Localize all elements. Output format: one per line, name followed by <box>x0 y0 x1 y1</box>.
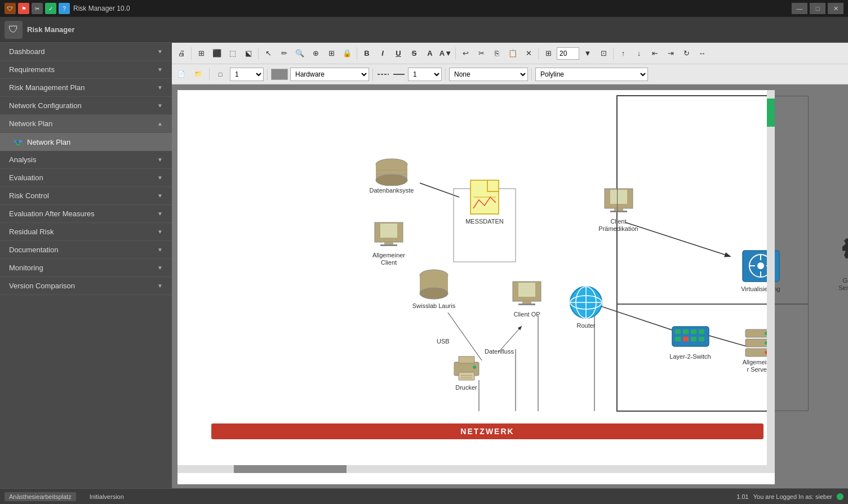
toolbar-grid-btn[interactable]: ⊞ <box>324 46 339 61</box>
sidebar-item-analysis[interactable]: Analysis <box>0 151 172 169</box>
toolbar-select-all-btn[interactable]: ⊞ <box>194 46 208 61</box>
network-plan-icon <box>14 137 23 146</box>
sidebar-submenu-item-network-plan[interactable]: Network Plan <box>0 133 172 151</box>
node-router[interactable]: Router <box>563 284 609 329</box>
toolbar-copy-btn[interactable]: ⎘ <box>490 46 504 61</box>
node-datenbanksyste-label: Datenbanksyste <box>370 187 414 194</box>
sidebar-item-monitoring[interactable]: Monitoring <box>0 259 172 277</box>
sidebar-item-network-plan[interactable]: Network Plan <box>0 115 172 133</box>
node-messdaten[interactable]: MESSDATEN <box>454 177 516 225</box>
line-style-select[interactable]: NoneArrowDiamond <box>449 68 528 81</box>
node-allgemeiner-client-label: AllgemeinerClient <box>372 252 405 266</box>
chevron-analysis <box>157 157 163 163</box>
node-drucker[interactable]: Drucker <box>445 352 487 391</box>
toolbar-delete-btn[interactable]: ✕ <box>521 46 536 61</box>
sidebar-submenu-network-plan: Network Plan <box>0 133 172 151</box>
sidebar-item-risk-control[interactable]: Risk Control <box>0 187 172 205</box>
sidebar-item-version-comparison[interactable]: Version Comparison <box>0 277 172 295</box>
toolbar-align-left-btn[interactable]: ⇤ <box>647 46 662 61</box>
close-button[interactable]: ✕ <box>828 3 843 14</box>
toolbar-ungroup-btn[interactable]: ⬕ <box>241 46 256 61</box>
toolbar-lock-btn[interactable]: 🔒 <box>340 46 354 61</box>
statusbar: Anästhesiearbeitsplatz Initialversion 1.… <box>0 488 848 504</box>
sidebar-item-analysis-label: Analysis <box>9 155 36 164</box>
font-size-input[interactable]: 20 <box>557 47 579 60</box>
sidebar-item-documentation-label: Documentation <box>9 246 58 254</box>
toolbar-highlight-btn[interactable]: A▼ <box>438 46 453 61</box>
toolbar-strikethrough-btn[interactable]: S <box>407 46 421 61</box>
sidebar-item-risk-management-plan[interactable]: Risk Management Plan <box>0 79 172 97</box>
node-swisslab-lauris[interactable]: Swisslab Lauris <box>411 267 456 310</box>
chevron-eam <box>157 211 163 217</box>
scrollbar-thumb <box>767 99 775 127</box>
toolbar-bring-front-btn[interactable]: ↑ <box>616 46 631 61</box>
chevron-rmp <box>157 84 163 91</box>
toolbar-underline-btn[interactable]: U <box>391 46 406 61</box>
computer-icon-2 <box>510 279 544 310</box>
horizontal-scrollbar[interactable] <box>177 465 767 473</box>
shape-type-select[interactable]: HardwareSoftwareNetwork <box>290 68 369 81</box>
toolbar2-new-btn[interactable]: 📄 <box>174 67 189 82</box>
svg-rect-77 <box>459 372 474 380</box>
toolbar-sep-1 <box>191 47 192 60</box>
node-client-op[interactable]: Client OP <box>504 279 549 318</box>
node-swisslab-lauris-label: Swisslab Lauris <box>412 302 455 310</box>
sidebar-item-evaluation[interactable]: Evaluation <box>0 169 172 187</box>
node-allgemeiner-client[interactable]: AllgemeinerClient <box>366 220 411 266</box>
toolbar-italic-btn[interactable]: I <box>375 46 390 61</box>
line-width-select[interactable]: 123 <box>230 68 264 81</box>
toolbar-bold-btn[interactable]: B <box>359 46 374 61</box>
node-datenbanksyste[interactable]: Datenbanksyste <box>369 158 414 194</box>
sidebar-item-version-comparison-label: Version Comparison <box>9 282 75 290</box>
sidebar-item-evaluation-after-measures[interactable]: Evaluation After Measures <box>0 205 172 223</box>
line-style-icon <box>376 69 390 80</box>
toolbar-group-btn[interactable]: ⬚ <box>225 46 240 61</box>
toolbar-font-color-btn[interactable]: A <box>423 46 437 61</box>
toolbar-cut-btn[interactable]: ✂ <box>474 46 489 61</box>
toolbar2-open-btn[interactable]: 📁 <box>191 67 206 82</box>
toolbar-font-size-dropdown[interactable]: ▼ <box>580 46 595 61</box>
toolbar-pen-btn[interactable]: ✏ <box>277 46 291 61</box>
toolbar-print-btn[interactable]: 🖨 <box>174 46 189 61</box>
toolbar-rotate-btn[interactable]: ↻ <box>679 46 694 61</box>
toolbar-flip-btn[interactable]: ↔ <box>695 46 709 61</box>
label-usb: USB <box>437 338 450 345</box>
toolbar-select-btn[interactable]: ⬛ <box>210 46 224 61</box>
minimize-button[interactable]: — <box>792 3 807 14</box>
node-messdaten-label: MESSDATEN <box>465 218 504 225</box>
sidebar-item-residual-risk[interactable]: Residual Risk <box>0 223 172 241</box>
sidebar-item-monitoring-label: Monitoring <box>9 264 43 272</box>
toolbar-paste-btn[interactable]: 📋 <box>505 46 520 61</box>
toolbar-cursor-btn[interactable]: ↖ <box>261 46 276 61</box>
statusbar-tab2[interactable]: Initialversion <box>85 492 128 501</box>
toolbar-secondary: 📄 📁 □ 123 HardwareSoftwareNetwork 123 No… <box>172 64 848 84</box>
window-controls[interactable]: — □ ✕ <box>792 3 843 14</box>
toolbar2-square-btn[interactable]: □ <box>213 67 228 82</box>
toolbar-sep-5 <box>538 47 539 60</box>
toolbar-send-back-btn[interactable]: ↓ <box>632 46 646 61</box>
node-getrennte-serverraeume-label: GetrennteServerräume <box>838 277 848 292</box>
toolbar-undo-btn[interactable]: ↩ <box>458 46 473 61</box>
toolbar-table-btn[interactable]: ⊞ <box>541 46 556 61</box>
vertical-scrollbar[interactable] <box>767 90 775 473</box>
node-getrennte-serverraeume[interactable]: GetrennteServerräume <box>831 234 848 292</box>
color-swatch[interactable] <box>271 69 288 80</box>
sidebar-item-risk-management-plan-label: Risk Management Plan <box>9 83 85 92</box>
toolbar2-sep-2 <box>267 68 268 81</box>
toolbar-search-btn[interactable]: 🔍 <box>292 46 307 61</box>
maximize-button[interactable]: □ <box>810 3 825 14</box>
node-router-label: Router <box>576 322 595 329</box>
sidebar-item-network-configuration[interactable]: Network Configuration <box>0 97 172 115</box>
toolbar-format-btn[interactable]: ⊡ <box>596 46 611 61</box>
titlebar-left: 🛡 ⚑ ✂ ✓ ? Risk Manager 10.0 <box>5 3 130 14</box>
toolbar-zoom-btn[interactable]: ⊕ <box>308 46 323 61</box>
sidebar-item-documentation[interactable]: Documentation <box>0 241 172 259</box>
server-box-upper <box>617 96 809 304</box>
sidebar-item-dashboard[interactable]: Dashboard <box>0 43 172 61</box>
statusbar-tab1[interactable]: Anästhesiearbeitsplatz <box>5 492 76 501</box>
line-type-select[interactable]: PolylineStraightCurved <box>535 68 648 81</box>
canvas-wrapper[interactable]: Datenbanksyste MESSDATEN <box>172 84 848 488</box>
toolbar-align-right-btn[interactable]: ⇥ <box>663 46 678 61</box>
sidebar-item-requirements[interactable]: Requirements <box>0 61 172 79</box>
line-weight-select[interactable]: 123 <box>408 68 442 81</box>
